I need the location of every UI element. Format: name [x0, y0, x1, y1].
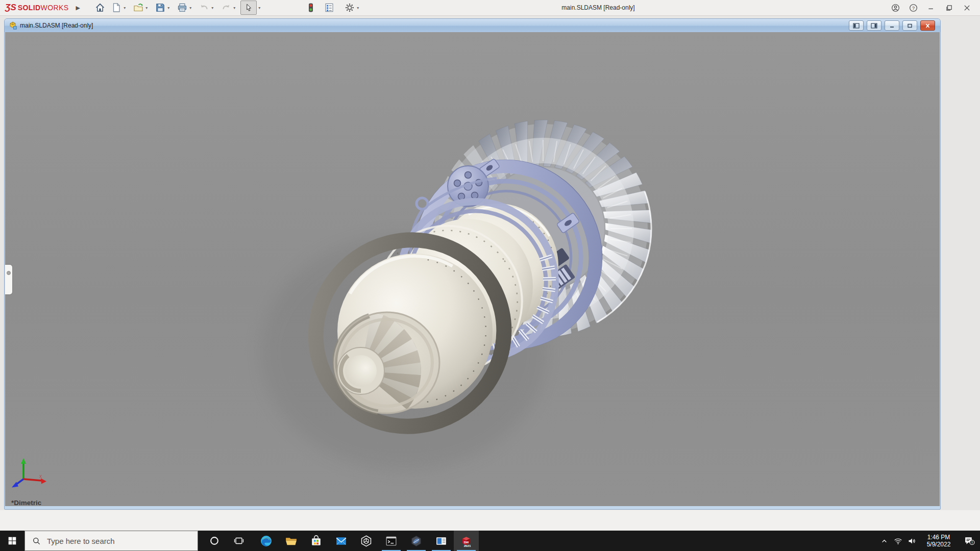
- document-title: main.SLDASM [Read-only]: [20, 22, 93, 29]
- hexagon-app-icon: [410, 535, 423, 547]
- search-icon: [32, 537, 41, 545]
- mail-icon: [335, 535, 348, 547]
- notification-badge: 1: [971, 540, 973, 544]
- taskbar-app-3d-viewer[interactable]: [354, 531, 379, 551]
- 3d-viewport[interactable]: x *Dimetric: [5, 32, 940, 506]
- select-tool-dropdown[interactable]: ▾: [257, 6, 262, 10]
- terminal-icon: [385, 535, 398, 547]
- store-icon: [310, 535, 323, 547]
- windows-taskbar: Type here to search SW 2021: [0, 531, 980, 551]
- taskbar-app-solidworks[interactable]: SW 2021: [454, 531, 479, 551]
- restore-button[interactable]: [940, 0, 958, 15]
- taskbar-app-hexagon[interactable]: [404, 531, 429, 551]
- rebuild-traffic-light-button[interactable]: [305, 2, 316, 13]
- featuremanager-expander-tab[interactable]: [5, 265, 12, 294]
- doc-restore-button[interactable]: [902, 20, 917, 31]
- save-button[interactable]: [155, 2, 166, 13]
- volume-icon[interactable]: [905, 531, 919, 551]
- cortana-button[interactable]: [202, 531, 227, 551]
- edge-icon: [260, 535, 273, 547]
- redo-dropdown: ▾: [232, 6, 237, 10]
- engine-model-scene: x *Dimetric: [5, 32, 940, 506]
- taskbar-clock[interactable]: 1:46 PM 5/9/2022: [922, 534, 955, 548]
- document-title-bar[interactable]: main.SLDASM [Read-only]: [5, 19, 940, 32]
- action-center-button[interactable]: 1: [959, 531, 980, 551]
- taskbar-app-blue-panel[interactable]: [429, 531, 454, 551]
- orientation-label: *Dimetric: [11, 499, 42, 506]
- options-gear-button[interactable]: [344, 2, 355, 13]
- undo-icon: [199, 2, 210, 13]
- taskbar-search-input[interactable]: Type here to search: [24, 531, 198, 551]
- redo-icon: [220, 2, 232, 13]
- taskbar-app-mail[interactable]: [329, 531, 354, 551]
- close-button[interactable]: [958, 0, 976, 15]
- task-view-button[interactable]: [227, 531, 251, 551]
- file-properties-button[interactable]: [324, 2, 335, 13]
- document-window: main.SLDASM [Read-only]: [4, 18, 941, 510]
- print-dropdown[interactable]: ▾: [188, 6, 193, 10]
- sw-year: 2021: [464, 543, 471, 547]
- file-explorer-icon: [285, 535, 298, 547]
- solidworks-logo-mark: ƷS: [5, 3, 16, 13]
- start-button[interactable]: [0, 531, 24, 551]
- select-tool-button[interactable]: [240, 1, 257, 15]
- solidworks-icon: SW 2021: [460, 535, 473, 547]
- quick-access-toolbar: ▾ ▾ ▾ ▾ ▾ ▾ ▾: [94, 1, 361, 15]
- taskbar-app-file-explorer[interactable]: [279, 531, 304, 551]
- taskbar-app-store[interactable]: [304, 531, 329, 551]
- account-icon[interactable]: [887, 0, 904, 15]
- 3d-viewer-icon: [360, 535, 373, 547]
- help-icon[interactable]: ?: [904, 0, 922, 15]
- solidworks-logo: ƷS SOLID WORKS: [5, 3, 68, 13]
- expander-dot-icon: [7, 271, 11, 275]
- status-strip: [0, 510, 980, 531]
- new-document-button[interactable]: [111, 2, 122, 13]
- app-title: main.SLDASM [Read-only]: [537, 0, 659, 15]
- open-button[interactable]: [133, 2, 144, 13]
- home-button[interactable]: [94, 2, 106, 13]
- save-dropdown[interactable]: ▾: [166, 6, 172, 10]
- taskbar-app-edge[interactable]: [254, 531, 279, 551]
- clock-time: 1:46 PM: [922, 534, 955, 541]
- assembly-document-icon: [9, 21, 17, 30]
- blue-panel-app-icon: [435, 535, 448, 547]
- system-tray: 1:46 PM 5/9/2022 1: [877, 531, 980, 551]
- undo-dropdown: ▾: [210, 6, 215, 10]
- menu-expand-arrow-icon[interactable]: ▶: [76, 5, 80, 11]
- pane-left-button[interactable]: [849, 20, 864, 31]
- open-dropdown[interactable]: ▾: [144, 6, 150, 10]
- new-document-dropdown[interactable]: ▾: [122, 6, 128, 10]
- orientation-triad: x: [12, 458, 46, 488]
- svg-text:?: ?: [912, 5, 915, 10]
- action-center-icon: 1: [964, 535, 975, 546]
- options-dropdown[interactable]: ▾: [355, 6, 361, 10]
- doc-close-button[interactable]: [920, 20, 935, 31]
- lifting-eyelet: [416, 198, 428, 209]
- search-placeholder: Type here to search: [47, 537, 115, 545]
- minimize-button[interactable]: [922, 0, 940, 15]
- wifi-icon[interactable]: [891, 531, 905, 551]
- app-title-bar: ƷS SOLID WORKS ▶ ▾ ▾ ▾ ▾ ▾: [0, 0, 980, 16]
- print-button[interactable]: [177, 2, 188, 13]
- clock-date: 5/9/2022: [922, 541, 955, 548]
- taskbar-app-terminal[interactable]: [379, 531, 404, 551]
- triad-x-label: x: [39, 473, 42, 479]
- doc-minimize-button[interactable]: [885, 20, 899, 31]
- tray-chevron-up-icon[interactable]: [877, 531, 891, 551]
- pane-right-button[interactable]: [867, 20, 881, 31]
